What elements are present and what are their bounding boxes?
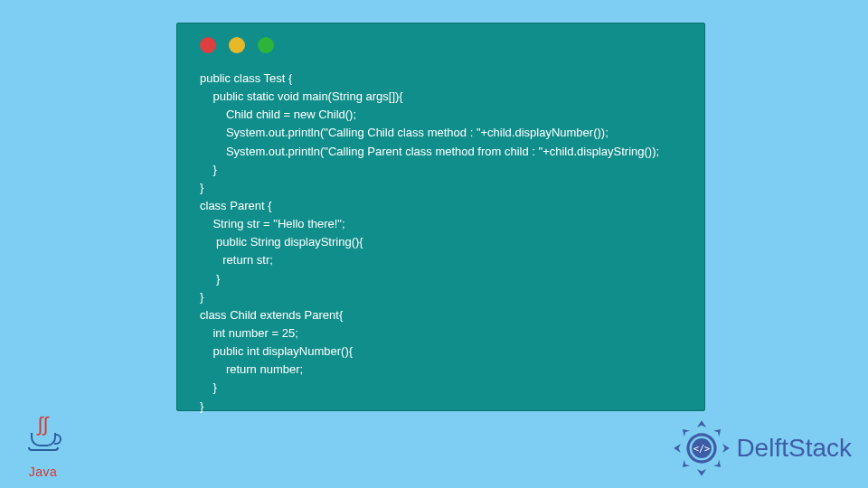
maximize-icon — [258, 37, 274, 53]
close-icon — [200, 37, 216, 53]
java-logo-label: Java — [18, 465, 68, 479]
svg-marker-7 — [713, 460, 721, 467]
window-traffic-lights — [200, 37, 686, 53]
brand-label: DelftStack — [736, 434, 852, 463]
code-window: public class Test { public static void m… — [176, 23, 705, 411]
java-cup-icon: ∫∫ — [18, 418, 68, 464]
svg-text:</>: </> — [693, 443, 711, 454]
svg-marker-4 — [683, 429, 690, 436]
brand-badge-icon: </> — [673, 419, 731, 477]
svg-marker-1 — [697, 469, 706, 476]
minimize-icon — [229, 37, 245, 53]
svg-marker-0 — [697, 420, 706, 427]
java-logo: ∫∫ Java — [18, 418, 68, 479]
brand-logo: </> DelftStack — [673, 419, 852, 477]
svg-marker-3 — [722, 444, 730, 453]
code-block: public class Test { public static void m… — [200, 70, 686, 416]
svg-marker-5 — [713, 429, 721, 436]
svg-marker-2 — [675, 444, 682, 453]
svg-marker-6 — [683, 460, 690, 467]
